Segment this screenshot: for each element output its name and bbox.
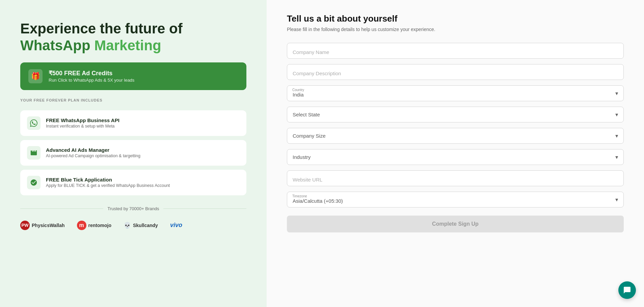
brand-rentomojo: m rentomojo [77,221,111,230]
divider-left [20,208,103,209]
country-select[interactable]: India United States United Kingdom [287,85,624,101]
company-size-select[interactable]: Company Size 1-10 11-50 51-200 200+ [287,128,624,144]
feature-desc-0: Instant verification & setup with Meta [46,124,119,129]
company-desc-input[interactable] [287,64,624,80]
promo-title: ₹500 FREE Ad Credits [49,69,134,77]
section-label: YOUR FREE FOREVER PLAN INCLUDES [20,98,246,102]
hero-word-whatsapp: WhatsApp [20,37,90,53]
trusted-label: Trusted by 70000+ Brands [107,206,159,211]
promo-text: ₹500 FREE Ad Credits Run Click to WhatsA… [49,69,134,83]
timezone-select[interactable]: Asia/Calcutta (+05:30) UTC (+00:00) EST … [287,192,624,207]
feature-name-0: FREE WhatsApp Business API [46,117,119,123]
feature-list: FREE WhatsApp Business API Instant verif… [20,110,246,195]
whatsapp-icon [27,116,41,130]
rm-label: rentomojo [88,223,111,228]
company-size-wrapper: Company Size 1-10 11-50 51-200 200+ ▼ [287,128,624,144]
company-size-group: Company Size 1-10 11-50 51-200 200+ ▼ [287,128,624,144]
form-subheading: Please fill in the following details to … [287,27,624,32]
country-select-wrapper: Country India United States United Kingd… [287,85,624,101]
skull-icon: 💀 [124,222,131,229]
feature-desc-2: Apply for BLUE TICK & get a verified Wha… [46,183,170,188]
brand-physicswallah: PW PhysicsWallah [20,221,65,230]
pw-logo-icon: PW [20,221,30,230]
feature-blue-tick-text: FREE Blue Tick Application Apply for BLU… [46,177,170,188]
state-select-wrapper: Select State Maharashtra Delhi ▼ [287,107,624,122]
feature-name-2: FREE Blue Tick Application [46,177,170,183]
promo-subtitle: Run Click to WhatsApp Ads & 5X your lead… [49,78,134,83]
brand-skullcandy: 💀 Skullcandy [124,222,158,229]
right-panel: Tell us a bit about yourself Please fill… [267,0,644,307]
complete-signup-button[interactable]: Complete Sign Up [287,216,624,232]
state-select[interactable]: Select State Maharashtra Delhi [287,107,624,122]
left-panel: Experience the future of WhatsApp Market… [0,0,267,307]
promo-banner: 🎁 ₹500 FREE Ad Credits Run Click to What… [20,62,246,90]
timezone-group: Timezone Asia/Calcutta (+05:30) UTC (+00… [287,192,624,207]
feature-ai-text: Advanced AI Ads Manager AI-powered Ad Ca… [46,147,140,158]
company-desc-group [287,64,624,80]
feature-whatsapp-api: FREE WhatsApp Business API Instant verif… [20,110,246,136]
industry-group: Industry Technology Education E-commerce… [287,149,624,165]
hero-line1: Experience the future of [20,21,183,36]
country-group: Country India United States United Kingd… [287,85,624,101]
industry-select[interactable]: Industry Technology Education E-commerce [287,149,624,165]
industry-select-wrapper: Industry Technology Education E-commerce… [287,149,624,165]
divider-right [163,208,246,209]
skull-label: Skullcandy [133,223,158,228]
tick-icon [27,176,41,189]
feature-whatsapp-text: FREE WhatsApp Business API Instant verif… [46,117,119,129]
form-heading: Tell us a bit about yourself [287,13,624,24]
website-group [287,170,624,186]
brand-logos: PW PhysicsWallah m rentomojo 💀 Skullcand… [20,221,246,230]
company-name-group [287,43,624,59]
feature-blue-tick: FREE Blue Tick Application Apply for BLU… [20,170,246,195]
company-name-input[interactable] [287,43,624,59]
feature-name-1: Advanced AI Ads Manager [46,147,140,153]
chat-bubble[interactable] [618,281,636,299]
vivo-label: vivo [170,222,182,229]
brand-vivo: vivo [170,222,182,229]
rm-logo-icon: m [77,221,86,230]
feature-desc-1: AI-powered Ad Campaign optimisation & ta… [46,154,140,158]
feature-ai-ads: Advanced AI Ads Manager AI-powered Ad Ca… [20,140,246,166]
timezone-select-wrapper: Timezone Asia/Calcutta (+05:30) UTC (+00… [287,192,624,207]
ads-icon [27,146,41,160]
trusted-divider: Trusted by 70000+ Brands [20,206,246,211]
promo-icon: 🎁 [28,69,43,83]
state-group: Select State Maharashtra Delhi ▼ [287,107,624,122]
hero-title: Experience the future of WhatsApp Market… [20,20,246,54]
hero-word-marketing: Marketing [94,37,161,53]
pw-label: PhysicsWallah [32,223,65,228]
website-input[interactable] [287,170,624,186]
